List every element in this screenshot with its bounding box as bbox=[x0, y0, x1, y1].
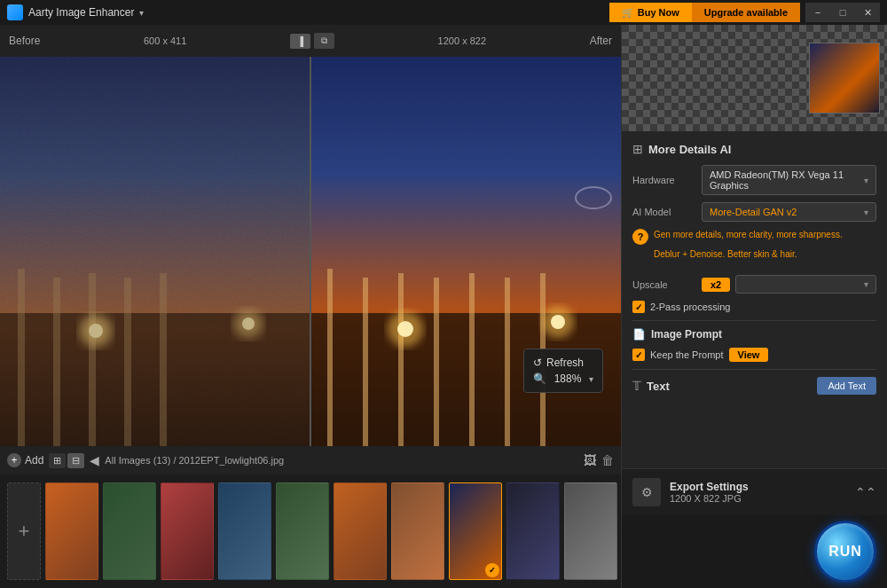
svg-rect-12 bbox=[363, 278, 368, 446]
image-area[interactable]: ↺ Refresh 🔍 188% ▾ bbox=[0, 57, 621, 446]
thumbnail-9[interactable] bbox=[506, 482, 560, 580]
more-details-title: More Details AI bbox=[648, 143, 731, 156]
close-button[interactable]: ✕ bbox=[855, 3, 880, 22]
divider-1 bbox=[632, 320, 876, 321]
bottom-toolbar: + Add ⊞ ⊟ ◀ All Images (13) / 2012EPT_lo… bbox=[0, 446, 621, 474]
refresh-label: Refresh bbox=[546, 357, 584, 369]
image-prompt-row: 📄 Image Prompt bbox=[632, 328, 876, 341]
titlebar-dropdown-icon[interactable]: ▾ bbox=[139, 8, 144, 18]
cart-icon: 🛒 bbox=[622, 7, 634, 19]
filmstrip-view-button[interactable]: ⊟ bbox=[67, 453, 84, 468]
upscale-row: Upscale x2 ▾ bbox=[632, 275, 876, 294]
view-button[interactable]: View bbox=[729, 348, 769, 362]
svg-point-21 bbox=[551, 315, 565, 329]
app-title: Aarty Image Enhancer bbox=[28, 6, 134, 19]
two-pass-label: 2-Pass processing bbox=[650, 302, 731, 312]
thumbnail-3[interactable] bbox=[161, 482, 214, 580]
upscale-dropdown[interactable]: ▾ bbox=[735, 275, 876, 294]
zoom-option[interactable]: 🔍 188% ▾ bbox=[533, 371, 593, 387]
image-divider[interactable] bbox=[310, 57, 311, 446]
export-section: ⚙ Export Settings 1200 X 822 JPG ⌃⌃ bbox=[622, 468, 887, 515]
thumbnail-6[interactable] bbox=[334, 482, 387, 580]
export-subtitle: 1200 X 822 JPG bbox=[670, 493, 846, 504]
thumbnail-check-icon: ✓ bbox=[485, 563, 499, 577]
svg-rect-14 bbox=[434, 278, 439, 446]
thumbnail-4[interactable] bbox=[218, 482, 271, 580]
thumbnail-5[interactable] bbox=[276, 482, 329, 580]
export-title: Export Settings bbox=[670, 481, 846, 493]
svg-point-22 bbox=[576, 187, 611, 208]
minimize-button[interactable]: − bbox=[805, 3, 830, 22]
run-area: RUN bbox=[622, 515, 887, 588]
right-panel: ⊞ More Details AI Hardware AMD Radeon(TM… bbox=[621, 25, 887, 588]
help-icon[interactable]: ? bbox=[632, 229, 648, 245]
svg-rect-15 bbox=[469, 273, 475, 446]
ai-model-dropdown[interactable]: More-Detail GAN v2 ▾ bbox=[702, 202, 876, 222]
upgrade-button[interactable]: Upgrade available bbox=[692, 3, 800, 22]
view-mode-buttons: ⊞ ⊟ bbox=[49, 453, 84, 468]
thumbnail-8-active[interactable]: ✓ bbox=[449, 482, 502, 580]
add-button[interactable]: + Add bbox=[7, 453, 43, 467]
images-label: All Images (13) / 2012EPT_lowlight06.jpg bbox=[105, 455, 578, 466]
add-text-button[interactable]: Add Text bbox=[817, 377, 876, 395]
keep-prompt-row: ✓ Keep the Prompt View bbox=[632, 348, 876, 362]
viewer-toolbar: Before 600 x 411 ▐ ⧉ 1200 x 822 After bbox=[0, 25, 621, 57]
preview-top bbox=[622, 25, 887, 131]
svg-rect-16 bbox=[505, 278, 510, 446]
titlebar: Aarty Image Enhancer ▾ 🛒 Buy Now Upgrade… bbox=[0, 0, 887, 25]
before-label: Before bbox=[9, 35, 40, 47]
svg-point-9 bbox=[242, 318, 255, 330]
hardware-dropdown[interactable]: AMD Radeon(TM) RX Vega 11 Graphics ▾ bbox=[702, 165, 876, 195]
ai-model-dropdown-arrow-icon: ▾ bbox=[864, 208, 868, 217]
side-by-side-button[interactable]: ⧉ bbox=[314, 33, 334, 49]
export-settings-icon: ⚙ bbox=[641, 485, 653, 499]
svg-rect-1 bbox=[18, 269, 25, 446]
more-details-icon: ⊞ bbox=[632, 142, 643, 156]
thumbnail-7[interactable] bbox=[391, 482, 444, 580]
before-size: 600 x 411 bbox=[144, 35, 186, 46]
hardware-row: Hardware AMD Radeon(TM) RX Vega 11 Graph… bbox=[632, 165, 876, 195]
grid-view-button[interactable]: ⊞ bbox=[49, 453, 66, 468]
export-collapse-icon[interactable]: ⌃⌃ bbox=[855, 485, 876, 499]
svg-rect-11 bbox=[327, 269, 333, 446]
svg-rect-2 bbox=[53, 278, 60, 446]
refresh-option[interactable]: ↺ Refresh bbox=[533, 355, 593, 371]
two-pass-checkbox[interactable]: ✓ bbox=[632, 301, 645, 313]
model-desc-1: Gen more details, more clarity, more sha… bbox=[654, 229, 843, 241]
thumbnails-area: + ✓ bbox=[0, 474, 621, 588]
svg-rect-3 bbox=[89, 273, 96, 446]
window-controls: − □ ✕ bbox=[805, 3, 880, 22]
more-details-section-header: ⊞ More Details AI bbox=[632, 142, 876, 156]
divider-2 bbox=[632, 369, 876, 370]
buy-now-button[interactable]: 🛒 Buy Now bbox=[609, 3, 692, 22]
svg-point-7 bbox=[89, 324, 103, 338]
hardware-dropdown-arrow-icon: ▾ bbox=[864, 176, 868, 185]
split-view-button[interactable]: ▐ bbox=[290, 34, 310, 49]
add-thumbnail-button[interactable]: + bbox=[7, 482, 41, 580]
zoom-arrow-icon: ▾ bbox=[589, 374, 593, 384]
ai-model-row: AI Model More-Detail GAN v2 ▾ bbox=[632, 202, 876, 222]
zoom-icon: 🔍 bbox=[533, 372, 546, 385]
two-pass-row: ✓ 2-Pass processing bbox=[632, 301, 876, 313]
export-info: Export Settings 1200 X 822 JPG bbox=[670, 481, 846, 504]
maximize-button[interactable]: □ bbox=[830, 3, 855, 22]
text-section-row: 𝕋 Text Add Text bbox=[632, 377, 876, 395]
svg-point-19 bbox=[397, 321, 413, 337]
titlebar-right: 🛒 Buy Now Upgrade available − □ ✕ bbox=[609, 3, 880, 22]
main-layout: Before 600 x 411 ▐ ⧉ 1200 x 822 After bbox=[0, 25, 887, 588]
settings-area: ⊞ More Details AI Hardware AMD Radeon(TM… bbox=[622, 131, 887, 468]
thumbnail-1[interactable] bbox=[45, 482, 98, 580]
model-description: Gen more details, more clarity, more sha… bbox=[654, 229, 843, 268]
hardware-label: Hardware bbox=[632, 175, 695, 185]
image-prompt-title: Image Prompt bbox=[651, 328, 876, 341]
after-size: 1200 x 822 bbox=[438, 35, 486, 46]
add-circle-icon: + bbox=[7, 453, 21, 467]
thumbnail-2[interactable] bbox=[103, 482, 156, 580]
delete-button[interactable]: 🗑 bbox=[601, 453, 614, 467]
upscale-label: Upscale bbox=[632, 279, 695, 290]
nav-back-button[interactable]: ◀ bbox=[90, 453, 99, 467]
run-button[interactable]: RUN bbox=[814, 521, 876, 583]
keep-prompt-checkbox[interactable]: ✓ bbox=[632, 349, 645, 361]
after-label: After bbox=[590, 35, 612, 47]
thumbnail-10[interactable] bbox=[564, 482, 617, 580]
